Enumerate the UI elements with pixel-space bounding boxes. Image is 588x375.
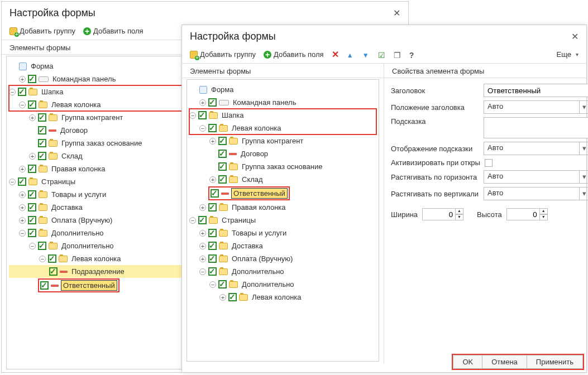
checkbox[interactable] [218,150,227,158]
hint-input[interactable] [484,117,588,138]
expand-icon[interactable]: + [29,153,36,160]
expand-icon[interactable]: + [209,176,216,183]
tree-node-sklad[interactable]: + Склад [189,173,376,186]
expand-icon[interactable]: − [9,89,16,95]
checkbox[interactable] [218,137,227,145]
checkbox[interactable] [211,189,219,198]
checkbox[interactable] [208,242,217,250]
chevron-down-icon[interactable]: ▾ [580,187,588,200]
checkbox[interactable] [198,216,207,224]
checkbox[interactable] [208,267,217,276]
add-fields-button[interactable]: Добавить поля [264,50,324,59]
tree-node-goods[interactable]: + Товары и услуги [189,227,376,239]
checkbox[interactable] [28,229,36,237]
spin-down-icon[interactable]: ▼ [456,214,463,220]
checkbox[interactable] [208,254,217,263]
tree-node-right-col[interactable]: + Правая колонка [189,201,376,214]
checkbox[interactable] [28,75,36,83]
toggle-check-icon[interactable] [378,51,386,59]
checkbox[interactable] [38,113,46,122]
add-group-button[interactable]: Добавить группу [9,27,75,35]
expand-icon[interactable]: − [199,268,206,275]
add-group-button[interactable]: Добавить группу [190,50,256,59]
checkbox[interactable] [28,100,36,109]
checkbox[interactable] [208,203,217,211]
move-up-icon[interactable] [347,51,355,59]
expand-icon[interactable]: + [199,243,206,249]
tree-node-grp-contr[interactable]: + Группа контрагент [189,134,376,147]
expand-icon[interactable]: + [199,256,206,262]
expand-icon[interactable]: + [19,76,26,83]
height-spin[interactable]: ▲ ▼ [506,208,548,220]
checkbox[interactable] [18,88,26,96]
checkbox[interactable] [38,242,46,250]
expand-icon[interactable]: + [209,138,216,145]
expand-icon[interactable]: + [29,114,36,121]
expand-icon[interactable]: + [19,217,26,224]
checkbox[interactable] [28,165,36,173]
checkbox[interactable] [218,175,227,184]
tree-node-resp[interactable]: Ответственный [189,186,376,201]
checkbox[interactable] [208,229,217,237]
tree-node-grp-order[interactable]: Группа заказ основание [189,160,376,173]
expand-icon[interactable]: + [19,166,26,172]
expand-icon[interactable]: − [29,243,36,249]
delete-icon[interactable]: ✕ [332,49,339,60]
checkbox[interactable] [198,111,207,119]
tree-node-pages[interactable]: − Страницы [189,214,376,227]
checkbox[interactable] [218,162,227,171]
expand-icon[interactable]: + [199,204,206,211]
checkbox[interactable] [40,281,49,290]
chevron-down-icon[interactable]: ▾ [580,170,588,184]
expand-icon[interactable]: + [219,294,226,301]
expand-icon[interactable]: − [19,230,26,237]
tree-node-shapka[interactable]: − Шапка [189,109,376,122]
tree-node-left-col[interactable]: − Левая колонка [189,122,376,134]
more-button[interactable]: Еще [557,50,579,59]
close-icon[interactable]: ✕ [571,31,579,42]
help-icon[interactable] [409,51,417,59]
checkbox[interactable] [228,293,237,301]
close-icon[interactable]: ✕ [393,8,400,18]
stretch-v-select[interactable]: Авто ▾ [484,187,588,200]
checkbox[interactable] [218,280,227,289]
tree-node-payment[interactable]: + Оплата (Вручную) [189,252,376,265]
checkbox[interactable] [18,177,26,186]
checkbox[interactable] [28,190,36,199]
spin-up-icon[interactable]: ▲ [456,208,463,214]
expand-icon[interactable]: − [209,281,216,288]
move-down-icon[interactable] [362,51,370,59]
checkbox[interactable] [208,124,217,132]
expand-icon[interactable]: − [9,179,16,185]
checkbox[interactable] [38,152,46,160]
tree-node-extra[interactable]: − Дополнительно [189,265,376,278]
expand-icon[interactable]: − [189,217,196,224]
hint-display-select[interactable]: Авто ▾ [484,142,588,155]
tree-node-left-col2[interactable]: + Левая колонка [189,291,376,304]
tree-node-cmd-panel[interactable]: + Командная панель [189,96,376,109]
checkbox[interactable] [49,267,58,276]
width-input[interactable] [422,208,456,220]
chevron-down-icon[interactable]: ▾ [580,100,588,114]
expand-icon[interactable]: − [19,102,26,108]
checkbox[interactable] [48,254,56,263]
checkbox[interactable] [28,203,36,211]
expand-icon[interactable]: + [19,191,26,198]
spin-down-icon[interactable]: ▼ [540,214,548,220]
apply-button[interactable]: Применить [527,355,583,369]
checkbox[interactable] [38,126,46,134]
title-input[interactable] [484,84,588,97]
expand-icon[interactable]: + [199,99,206,106]
checkbox[interactable] [38,139,46,147]
cancel-button[interactable]: Отмена [482,355,527,369]
title-pos-select[interactable]: Авто ▾ [484,100,588,114]
expand-icon[interactable]: − [39,256,46,262]
activate-checkbox[interactable] [485,159,493,167]
expand-icon[interactable]: − [189,112,196,119]
checkbox[interactable] [208,98,217,107]
tree-node-delivery[interactable]: + Доставка [189,239,376,252]
tree-node-dogovor[interactable]: Договор [189,147,376,160]
chevron-down-icon[interactable]: ▾ [580,142,588,155]
checkbox[interactable] [28,216,36,224]
spin-up-icon[interactable]: ▲ [540,208,548,214]
